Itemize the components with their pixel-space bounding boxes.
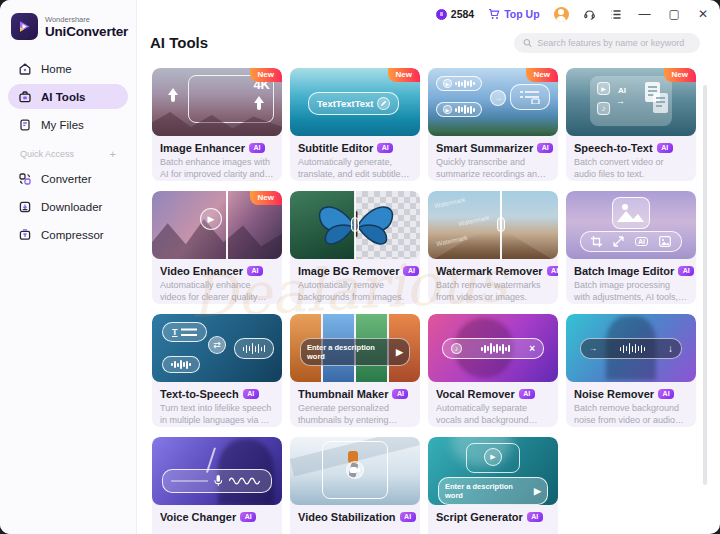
speech-pill — [234, 338, 275, 359]
ai-badge: AI — [400, 512, 416, 523]
avatar[interactable] — [554, 7, 569, 22]
search-icon — [523, 38, 532, 48]
card-watermark-remover[interactable]: Watermark Watermark Watermark Watermark … — [428, 191, 558, 304]
sidebar-item-label: AI Tools — [41, 91, 86, 103]
card-thumbnail-maker[interactable]: Enter a description word ▶ Thumbnail Mak… — [290, 314, 420, 427]
ai-badge: AI — [403, 266, 419, 277]
quick-access-add-button[interactable]: + — [110, 148, 116, 160]
image-tile — [612, 197, 650, 229]
top-up-label: Top Up — [504, 8, 539, 20]
uniconverter-logo-icon — [11, 13, 38, 40]
new-badge: New — [388, 68, 420, 82]
new-badge: New — [526, 68, 558, 82]
search-bar[interactable] — [514, 33, 700, 53]
card-noise-remover[interactable]: → ↓ Noise RemoverAIBatch remove backgrou… — [566, 314, 696, 427]
music-icon: ♪ — [451, 343, 462, 354]
play-icon: ▶ — [443, 105, 452, 114]
card-description: Turn text into lifelike speech in multip… — [160, 403, 274, 426]
card-text-to-speech[interactable]: T ⇄ Text-to-SpeechAITurn text into lifel… — [152, 314, 282, 427]
ai-badge: AI — [657, 143, 673, 154]
arrow-right-icon: → — [490, 90, 506, 106]
card-thumbnail-video-enhancer: ▶New — [152, 191, 282, 259]
text-icon: T — [172, 327, 178, 337]
ai-badge: AI — [249, 143, 265, 154]
card-thumbnail-script-generator: ▶ Enter a description word ▶ — [428, 437, 558, 505]
card-voice-changer[interactable]: Voice ChangerAI — [152, 437, 282, 534]
card-thumbnail-watermark-remover: Watermark Watermark Watermark — [428, 191, 558, 259]
sidebar-item-label: Compressor — [41, 229, 104, 241]
card-title: Watermark Remover — [436, 265, 543, 277]
card-title: Batch Image Editor — [574, 265, 674, 277]
credits-counter[interactable]: 2584 — [436, 8, 474, 20]
sidebar-item-ai-tools[interactable]: AI Tools — [8, 84, 128, 109]
card-description: Automatically separate vocals and backgr… — [436, 403, 550, 426]
sidebar-item-home[interactable]: Home — [8, 56, 128, 81]
card-thumbnail-noise-remover: → ↓ — [566, 314, 696, 382]
card-thumbnail-text-to-speech: T ⇄ — [152, 314, 282, 382]
card-title: Text-to-Speech — [160, 388, 239, 400]
arrow-right-icon: → — [616, 96, 625, 106]
card-video-enhancer[interactable]: ▶NewVideo EnhancerAIAutomatically enhanc… — [152, 191, 282, 304]
card-title: Script Generator — [436, 511, 523, 523]
card-description: Batch convert video or audio files to te… — [574, 157, 688, 180]
play-icon: ▶ — [200, 208, 222, 230]
sidebar-item-downloader[interactable]: Downloader — [8, 194, 128, 219]
minimize-button[interactable]: — — [637, 8, 653, 20]
quick-access-label: Quick Access — [20, 149, 74, 159]
close-button[interactable]: ✕ — [696, 8, 710, 20]
download-arrow-icon: ↓ — [668, 343, 673, 354]
card-title: Voice Changer — [160, 511, 236, 523]
sidebar-item-label: Converter — [41, 173, 92, 185]
card-body: Script GeneratorAI — [428, 505, 558, 523]
support-headset-icon[interactable] — [583, 8, 596, 21]
card-video-stabilization[interactable]: Video StabilizationAI — [290, 437, 420, 534]
card-speech-to-text[interactable]: ▶ ♪ AI → NewSpeech-to-TextAIBatch conver… — [566, 68, 696, 181]
menu-icon[interactable] — [610, 8, 623, 21]
image-icon — [613, 198, 648, 227]
prompt-input[interactable]: Enter a description word ▶ — [300, 338, 410, 366]
card-script-generator[interactable]: ▶ Enter a description word ▶ Script Gene… — [428, 437, 558, 534]
card-body: Subtitle EditorAIAutomatically generate,… — [290, 136, 420, 180]
sidebar: Wondershare UniConverter Home AI Tools — [0, 0, 137, 534]
summary-list-pill — [510, 84, 550, 110]
card-bg-remover[interactable]: Image BG RemoverAIAutomatically remove b… — [290, 191, 420, 304]
play-icon: ▶ — [443, 79, 452, 88]
card-body: Voice ChangerAI — [152, 505, 282, 523]
my-files-icon — [18, 118, 32, 132]
card-image-enhancer[interactable]: 4K NewImage EnhancerAIBatch enhance imag… — [152, 68, 282, 181]
brand: Wondershare UniConverter — [0, 0, 136, 40]
card-smart-summarizer[interactable]: ▶ ▶ → NewSmart SummarizerAIQuickly trans… — [428, 68, 558, 181]
sidebar-item-converter[interactable]: Converter — [8, 166, 128, 191]
ai-badge: AI — [678, 266, 694, 277]
waveform-icon — [455, 105, 475, 114]
subtitle-pill: TextTextText — [308, 92, 399, 115]
ai-tool-icon: AI — [635, 237, 648, 246]
vertical-scrollbar[interactable] — [703, 85, 707, 485]
compressor-icon — [18, 228, 32, 242]
card-description: Batch enhance images with AI for improve… — [160, 157, 274, 180]
ai-tools-icon — [18, 90, 32, 104]
sidebar-item-compressor[interactable]: Compressor — [8, 222, 128, 247]
card-batch-image-editor[interactable]: AI Batch Image EditorAIBatch image proce… — [566, 191, 696, 304]
pencil-icon — [377, 97, 390, 110]
sidebar-item-my-files[interactable]: My Files — [8, 112, 128, 137]
camera-icon — [346, 461, 364, 479]
prompt-placeholder: Enter a description word — [307, 343, 393, 361]
card-description: Generate personalized thumbnails by ente… — [298, 403, 412, 426]
text-pill: T — [162, 322, 207, 342]
voice-pill — [162, 469, 272, 493]
prompt-input[interactable]: Enter a description word ▶ — [438, 477, 548, 505]
top-up-button[interactable]: Top Up — [488, 8, 539, 20]
card-subtitle-editor[interactable]: TextTextText NewSubtitle EditorAIAutomat… — [290, 68, 420, 181]
card-description: Automatically generate, translate, and e… — [298, 157, 412, 180]
upscale-arrow-icon — [254, 96, 264, 112]
card-title: Image Enhancer — [160, 142, 245, 154]
maximize-button[interactable]: ▢ — [667, 8, 682, 20]
resize-icon — [613, 236, 624, 247]
card-vocal-remover[interactable]: ♪ × Vocal RemoverAIAutomatically separat… — [428, 314, 558, 427]
card-title: Subtitle Editor — [298, 142, 373, 154]
new-badge: New — [250, 191, 282, 205]
search-input[interactable] — [537, 38, 691, 48]
new-badge: New — [664, 68, 696, 82]
prompt-placeholder: Enter a description word — [445, 482, 531, 500]
